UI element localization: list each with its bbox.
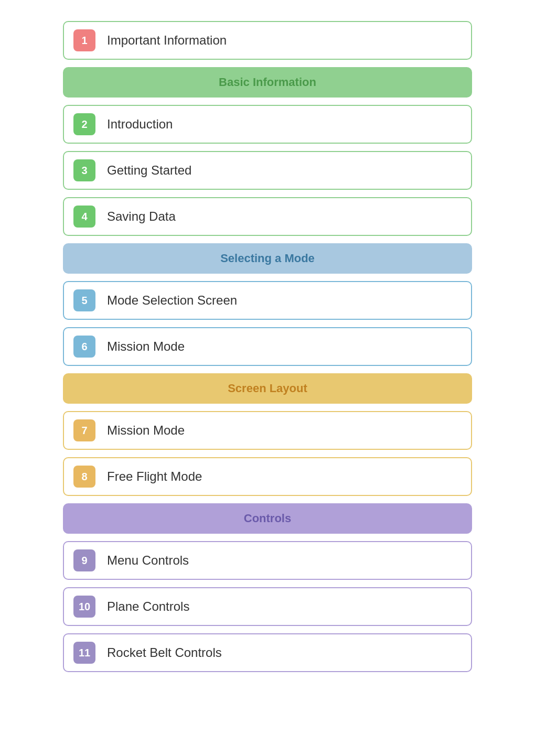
menu-container: 1Important InformationBasic Information2… xyxy=(63,21,472,679)
badge-plane-controls: 10 xyxy=(73,596,95,618)
menu-item-getting-started[interactable]: 3Getting Started xyxy=(63,151,472,190)
label-mission-mode-2: Mission Mode xyxy=(107,423,185,438)
section-header-selecting-a-mode-header: Selecting a Mode xyxy=(63,243,472,274)
label-getting-started: Getting Started xyxy=(107,163,191,178)
label-important-information: Important Information xyxy=(107,33,227,48)
menu-item-mission-mode-2[interactable]: 7Mission Mode xyxy=(63,411,472,450)
label-plane-controls: Plane Controls xyxy=(107,599,189,614)
menu-item-menu-controls[interactable]: 9Menu Controls xyxy=(63,541,472,580)
menu-item-saving-data[interactable]: 4Saving Data xyxy=(63,197,472,236)
menu-item-introduction[interactable]: 2Introduction xyxy=(63,105,472,144)
badge-important-information: 1 xyxy=(73,29,95,51)
badge-saving-data: 4 xyxy=(73,206,95,228)
menu-item-free-flight-mode[interactable]: 8Free Flight Mode xyxy=(63,457,472,496)
section-header-basic-information-header: Basic Information xyxy=(63,67,472,98)
menu-item-rocket-belt-controls[interactable]: 11Rocket Belt Controls xyxy=(63,633,472,672)
label-mode-selection-screen: Mode Selection Screen xyxy=(107,293,237,308)
menu-item-mission-mode-1[interactable]: 6Mission Mode xyxy=(63,327,472,366)
label-saving-data: Saving Data xyxy=(107,209,176,224)
badge-mission-mode-2: 7 xyxy=(73,419,95,441)
menu-item-mode-selection-screen[interactable]: 5Mode Selection Screen xyxy=(63,281,472,320)
badge-mission-mode-1: 6 xyxy=(73,336,95,358)
label-mission-mode-1: Mission Mode xyxy=(107,339,185,354)
section-header-controls-header: Controls xyxy=(63,503,472,534)
section-header-screen-layout-header: Screen Layout xyxy=(63,373,472,404)
badge-getting-started: 3 xyxy=(73,159,95,181)
label-free-flight-mode: Free Flight Mode xyxy=(107,469,202,484)
menu-item-plane-controls[interactable]: 10Plane Controls xyxy=(63,587,472,626)
label-menu-controls: Menu Controls xyxy=(107,553,189,568)
badge-menu-controls: 9 xyxy=(73,549,95,571)
badge-rocket-belt-controls: 11 xyxy=(73,642,95,664)
label-introduction: Introduction xyxy=(107,117,173,132)
badge-introduction: 2 xyxy=(73,113,95,135)
label-rocket-belt-controls: Rocket Belt Controls xyxy=(107,645,222,660)
badge-mode-selection-screen: 5 xyxy=(73,289,95,311)
menu-item-important-information[interactable]: 1Important Information xyxy=(63,21,472,60)
badge-free-flight-mode: 8 xyxy=(73,466,95,488)
